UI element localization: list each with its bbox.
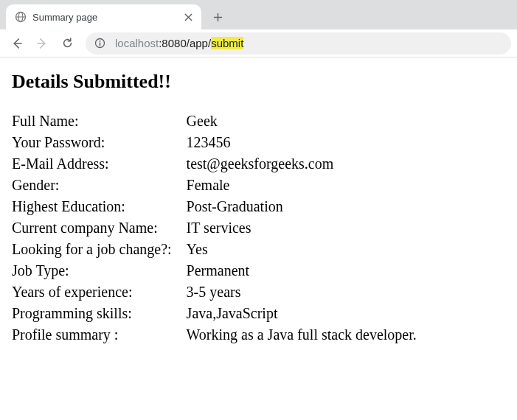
table-row: Highest Education:Post-Graduation	[12, 196, 417, 217]
url-path-prefix: /app/	[187, 37, 211, 49]
field-value: Female	[187, 175, 417, 196]
address-bar[interactable]: localhost:8080/app/submit	[86, 32, 511, 55]
tab-title: Summary page	[32, 12, 182, 23]
svg-rect-11	[100, 42, 101, 46]
field-value: Working as a Java full stack developer.	[187, 324, 417, 346]
forward-button[interactable]	[31, 32, 53, 55]
table-row: Gender:Female	[12, 175, 417, 196]
browser-toolbar: localhost:8080/app/submit	[0, 29, 517, 57]
table-row: Looking for a job change?:Yes	[12, 239, 417, 260]
page-content: Details Submitted!! Full Name:GeekYour P…	[0, 57, 517, 359]
field-label: Current company Name:	[12, 217, 187, 239]
info-icon[interactable]	[94, 38, 106, 49]
table-row: Full Name:Geek	[12, 111, 417, 132]
field-label: Profile summary :	[12, 324, 187, 346]
url-text: localhost:8080/app/submit	[115, 37, 243, 49]
table-row: Years of experience:3-5 years	[12, 281, 417, 303]
back-button[interactable]	[6, 32, 28, 55]
field-label: Your Password:	[12, 132, 187, 153]
url-port: :8080	[159, 37, 187, 49]
table-row: Programming skills:Java,JavaScript	[12, 303, 417, 324]
field-label: Looking for a job change?:	[12, 239, 187, 260]
table-row: E-Mail Address:test@geeksforgeeks.com	[12, 153, 417, 175]
table-row: Your Password:123456	[12, 132, 417, 153]
field-value: Java,JavaScript	[187, 303, 417, 324]
field-label: Gender:	[12, 175, 187, 196]
field-value: 123456	[187, 132, 417, 153]
field-value: IT services	[187, 217, 417, 239]
field-value: 3-5 years	[187, 281, 417, 303]
field-value: Yes	[187, 239, 417, 260]
field-value: Permanent	[187, 260, 417, 281]
details-table: Full Name:GeekYour Password:123456E-Mail…	[12, 111, 417, 346]
url-host: localhost	[115, 37, 159, 49]
field-value: Geek	[187, 111, 417, 132]
page-title: Details Submitted!!	[12, 71, 505, 93]
reload-button[interactable]	[56, 32, 78, 55]
table-row: Current company Name:IT services	[12, 217, 417, 239]
field-value: Post-Graduation	[187, 196, 417, 217]
field-label: Years of experience:	[12, 281, 187, 303]
close-icon[interactable]	[182, 11, 194, 23]
table-row: Profile summary :Working as a Java full …	[12, 324, 417, 346]
table-row: Job Type:Permanent	[12, 260, 417, 281]
browser-tab[interactable]: Summary page	[6, 4, 201, 29]
url-path-highlight: submit	[211, 37, 243, 49]
field-label: Job Type:	[12, 260, 187, 281]
tab-bar: Summary page	[0, 0, 517, 29]
field-label: Highest Education:	[12, 196, 187, 217]
field-label: Programming skills:	[12, 303, 187, 324]
globe-icon	[15, 11, 27, 23]
field-label: E-Mail Address:	[12, 153, 187, 175]
field-value: test@geeksforgeeks.com	[187, 153, 417, 175]
svg-point-10	[100, 40, 101, 41]
new-tab-button[interactable]	[207, 7, 228, 27]
field-label: Full Name:	[12, 111, 187, 132]
